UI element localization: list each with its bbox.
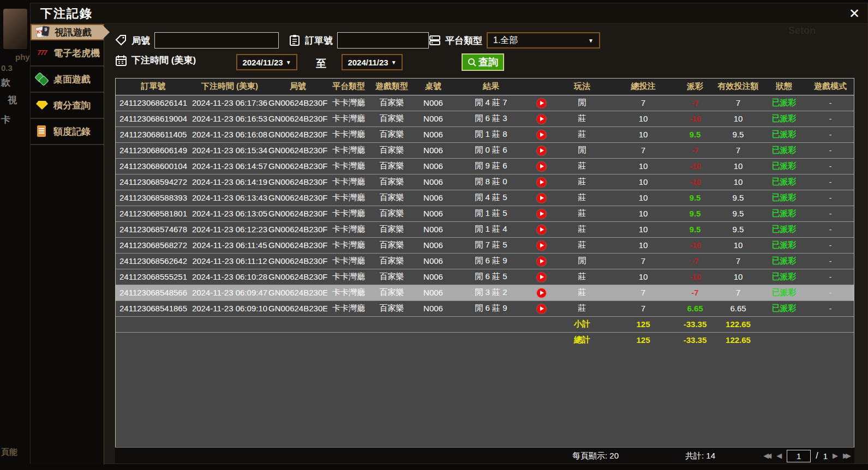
play-video-icon[interactable]	[537, 146, 546, 155]
play-video-icon[interactable]	[537, 162, 546, 171]
prev-page-icon[interactable]: ◀	[776, 449, 782, 462]
background-avatar	[3, 9, 27, 49]
table-row[interactable]: 2411230685746782024-11-23 06:12:23GN0062…	[116, 221, 854, 237]
platform-select[interactable]: 1.全部 ▼	[487, 32, 600, 49]
platform-cell: 卡卡灣廳	[327, 111, 370, 126]
sidebar-item-slots[interactable]: 777 電子老虎機	[31, 40, 104, 67]
date-from-select[interactable]: 2024/11/23 ▼	[236, 54, 297, 70]
mode-cell: -	[806, 237, 854, 253]
status-cell: 已派彩	[762, 190, 806, 206]
order-cell: 241123068600104	[116, 158, 191, 174]
table-row[interactable]: 2411230685418652024-11-23 06:09:10GN0062…	[116, 300, 854, 316]
table-no-cell: N006	[414, 237, 453, 253]
total-bet-cell: 7	[610, 95, 676, 111]
date-to-select[interactable]: 2024/11/23 ▼	[342, 54, 403, 70]
page-number-input[interactable]	[787, 450, 811, 462]
bet-table-container: 訂單號下注時間 (美東)局號平台類型遊戲類型桌號結果玩法總投注派彩有效投注額狀態…	[115, 78, 854, 449]
play-video-icon[interactable]	[537, 130, 546, 140]
empty-cell	[762, 332, 806, 348]
play-video-icon[interactable]	[537, 178, 546, 187]
background-text: 視	[8, 94, 17, 106]
time-cell: 2024-11-23 06:13:43	[191, 190, 268, 206]
empty-cell	[529, 332, 554, 348]
table-row[interactable]: 2411230685485662024-11-23 06:09:47GN0062…	[116, 285, 854, 300]
sidebar-item-label: 桌面遊戲	[53, 73, 91, 86]
total-bet-cell: 10	[610, 174, 676, 190]
table-row[interactable]: 2411230685942722024-11-23 06:14:19GN0062…	[116, 174, 854, 190]
next-page-icon[interactable]: ▶	[833, 449, 838, 462]
sidebar-item-table-games[interactable]: 桌面遊戲	[31, 67, 104, 93]
status-cell: 已派彩	[762, 253, 806, 269]
table-row[interactable]: 2411230685552512024-11-23 06:10:28GN0062…	[116, 269, 854, 285]
result-cell: 閒 0 莊 6	[453, 142, 529, 158]
play-video-icon[interactable]	[537, 257, 546, 266]
table-row[interactable]: 2411230686190042024-11-23 06:16:53GN0062…	[116, 111, 854, 126]
table-row[interactable]: 2411230686061492024-11-23 06:15:34GN0062…	[116, 142, 854, 158]
page-title: 下注記錄	[31, 5, 93, 22]
time-cell: 2024-11-23 06:14:19	[191, 174, 268, 190]
order-cell: 241123068574678	[116, 221, 191, 237]
play-video-icon[interactable]	[537, 304, 546, 314]
play-video-icon[interactable]	[537, 194, 546, 203]
payout-cell: -7	[676, 253, 714, 269]
empty-cell	[414, 332, 453, 348]
play-video-icon[interactable]	[537, 209, 546, 219]
table-row[interactable]: 2411230686261412024-11-23 06:17:36GN0062…	[116, 95, 854, 111]
search-icon	[468, 58, 477, 67]
game-type-cell: 百家樂	[370, 95, 414, 111]
empty-cell	[370, 332, 414, 348]
last-page-icon[interactable]: ▶▶	[843, 449, 851, 462]
valid-bet-cell: 7	[714, 285, 762, 300]
play-video-icon[interactable]	[537, 241, 546, 250]
column-header: 局號	[268, 79, 327, 95]
play-video-icon[interactable]	[537, 273, 546, 282]
total-bet-cell: 7	[610, 285, 676, 300]
table-row[interactable]: 2411230685626422024-11-23 06:11:12GN0062…	[116, 253, 854, 269]
round-input[interactable]	[154, 32, 279, 49]
mode-cell: -	[806, 174, 854, 190]
time-cell: 2024-11-23 06:09:47	[191, 285, 268, 300]
table-row[interactable]: 2411230685682722024-11-23 06:11:45GN0062…	[116, 237, 854, 253]
play-video-icon[interactable]	[537, 288, 546, 298]
game-type-cell: 百家樂	[370, 285, 414, 300]
sidebar-item-label: 額度記錄	[53, 125, 91, 138]
time-cell: 2024-11-23 06:17:36	[191, 95, 268, 111]
status-cell: 已派彩	[762, 158, 806, 174]
column-header: 訂單號	[116, 79, 191, 95]
table-row[interactable]: 2411230686114052024-11-23 06:16:08GN0062…	[116, 126, 854, 142]
play-video-icon[interactable]	[537, 115, 546, 124]
status-cell: 已派彩	[762, 300, 806, 316]
table-row[interactable]: 2411230685883932024-11-23 06:13:43GN0062…	[116, 190, 854, 206]
play-video-icon[interactable]	[537, 225, 546, 234]
search-button[interactable]: 查詢	[462, 53, 504, 71]
platform-cell: 卡卡灣廳	[327, 126, 370, 142]
sidebar-item-video-games[interactable]: K♥9 視訊遊戲	[31, 24, 104, 40]
page-separator: /	[816, 451, 818, 461]
bet-record-modal: Seton 3 - 7,000 0 下注記錄 ✕ K♥9 視訊遊戲 777 電子…	[30, 3, 868, 464]
close-icon[interactable]: ✕	[849, 5, 860, 22]
time-cell: 2024-11-23 06:15:34	[191, 142, 268, 158]
table-row[interactable]: 2411230685818012024-11-23 06:13:05GN0062…	[116, 206, 854, 221]
status-cell: 已派彩	[762, 142, 806, 158]
first-page-icon[interactable]: ◀◀	[763, 449, 771, 462]
slot-777-icon: 777	[35, 46, 49, 60]
to-label: 至	[316, 57, 326, 71]
platform-cell: 卡卡灣廳	[327, 190, 370, 206]
mode-cell: -	[806, 269, 854, 285]
game-type-cell: 百家樂	[370, 206, 414, 221]
order-input[interactable]	[337, 32, 429, 49]
method-cell: 莊	[554, 174, 610, 190]
table-no-cell: N006	[414, 285, 453, 300]
method-cell: 閒	[554, 142, 610, 158]
table-no-cell: N006	[414, 158, 453, 174]
play-video-icon[interactable]	[537, 99, 546, 108]
background-text: 頁能	[1, 447, 17, 457]
status-cell: 已派彩	[762, 237, 806, 253]
mode-cell: -	[806, 95, 854, 111]
sidebar-item-points-query[interactable]: 積分查詢	[31, 93, 104, 119]
empty-cell	[116, 316, 191, 332]
table-row[interactable]: 2411230686001042024-11-23 06:14:57GN0062…	[116, 158, 854, 174]
round-cell: GN00624B230F9	[268, 126, 327, 142]
sidebar-item-credit-record[interactable]: 額度記錄	[31, 119, 104, 145]
round-cell: GN00624B230EZ	[268, 285, 327, 300]
